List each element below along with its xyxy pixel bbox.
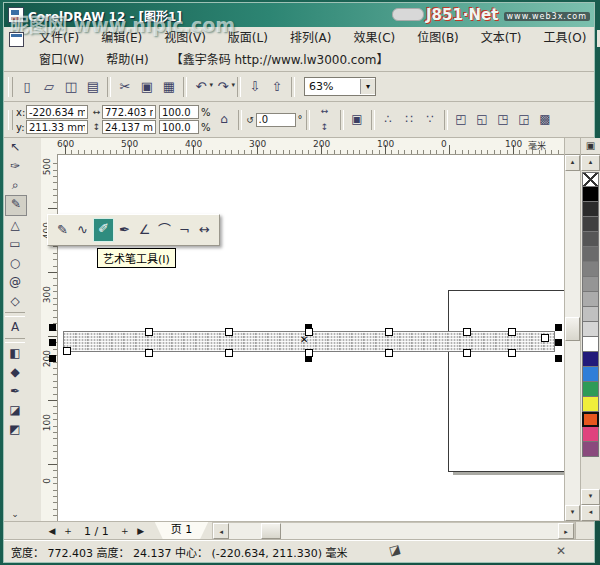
selection-center-mark[interactable]: ✕	[300, 334, 308, 345]
artistic-media-tool[interactable]: ✐	[93, 218, 114, 242]
last-page-button[interactable]: ▶	[133, 523, 149, 540]
chevron-down-icon[interactable]: ▾	[360, 79, 375, 94]
selection-handle[interactable]	[555, 355, 562, 362]
outline-tool[interactable]: ✒	[5, 382, 25, 401]
vertical-scroll-thumb[interactable]	[565, 317, 580, 341]
cut-button[interactable]: ✂	[114, 76, 136, 97]
horizontal-ruler[interactable]: 毫米 6005004003002001000100	[41, 138, 564, 155]
palette-swatch[interactable]	[582, 427, 599, 442]
eyedropper-tool[interactable]: ◆	[5, 363, 25, 382]
reduce-nodes-button[interactable]: ∷	[399, 109, 420, 130]
menu-item[interactable]: 编辑(E)	[90, 28, 153, 49]
import-button[interactable]: ⇩	[244, 76, 266, 97]
scale-vertical-field[interactable]	[159, 120, 199, 134]
pen-tool[interactable]: ✒	[115, 219, 134, 241]
node-handle[interactable]	[508, 349, 516, 357]
node-handle[interactable]	[63, 347, 71, 355]
palette-swatch[interactable]	[582, 232, 599, 247]
scroll-right-button[interactable]: ▸	[558, 523, 574, 539]
menu-item[interactable]: 视图(V)	[153, 28, 217, 49]
toolbox-scroll-down-icon[interactable]: ⌄	[5, 509, 25, 521]
palette-swatch[interactable]	[582, 172, 599, 187]
title-bar[interactable]: CorelDRAW 12 - [图形1] 昵图网 www.nipic.com J…	[4, 3, 594, 27]
scale-horizontal-field[interactable]	[159, 105, 199, 119]
palette-swatch[interactable]	[582, 247, 599, 262]
add-page-after-button[interactable]: +	[117, 523, 133, 540]
node-handle[interactable]	[145, 328, 153, 336]
scroll-down-button[interactable]: ▾	[565, 505, 580, 521]
smart-drawing-tool[interactable]: △	[5, 216, 25, 235]
scroll-left-button[interactable]: ◂	[213, 523, 229, 539]
interactive-fill-tool[interactable]: ◩	[5, 420, 25, 439]
palette-swatch[interactable]	[582, 352, 599, 367]
node-handle[interactable]	[463, 328, 471, 336]
save-button[interactable]: ◫	[60, 76, 82, 97]
palette-swatch[interactable]	[582, 397, 599, 412]
object-height-field[interactable]	[102, 120, 156, 134]
freehand-tool[interactable]: ✎	[5, 195, 27, 216]
copy-button[interactable]: ▣	[136, 76, 158, 97]
add-nodes-button[interactable]: ∴	[378, 109, 399, 130]
object-width-field[interactable]	[102, 105, 156, 119]
page-tab[interactable]: 页 1	[155, 522, 209, 540]
node-handle[interactable]	[385, 349, 393, 357]
vertical-scroll-track[interactable]	[565, 171, 580, 505]
lock-ratio-button[interactable]: ⌂	[214, 109, 235, 130]
menu-item[interactable]: 文件(F)	[28, 28, 90, 49]
chevron-down-icon[interactable]: ▾	[231, 75, 235, 96]
rotation-angle-field[interactable]	[256, 113, 296, 127]
palette-options-icon[interactable]: ▣	[581, 138, 600, 155]
palette-scroll-up[interactable]: ▴	[581, 155, 600, 171]
polygon-tool[interactable]: @	[5, 273, 25, 292]
palette-swatch[interactable]	[582, 202, 599, 217]
palette-swatch[interactable]	[582, 187, 599, 202]
horizontal-scroll-thumb[interactable]	[261, 523, 281, 539]
node-handle[interactable]	[225, 328, 233, 336]
three-point-curve-tool[interactable]: ⌒	[155, 219, 174, 241]
palette-swatch[interactable]	[582, 382, 599, 397]
y-position-field[interactable]	[26, 120, 88, 134]
vertical-scrollbar[interactable]: ▴ ▾	[564, 138, 580, 521]
menu-item[interactable]: 工具(O)	[533, 28, 598, 49]
palette-swatch[interactable]	[582, 217, 599, 232]
pick-tool[interactable]: ↖	[5, 138, 25, 157]
palette-swatch[interactable]	[582, 442, 599, 457]
menu-item[interactable]: 窗口(W)	[28, 50, 95, 71]
palette-swatch[interactable]	[582, 337, 599, 352]
palette-scroll-down[interactable]: ▾	[581, 489, 600, 505]
selection-handle[interactable]	[555, 339, 562, 346]
mirror-vertical-button[interactable]: ↕	[315, 120, 335, 135]
polyline-tool[interactable]: ∠	[135, 219, 154, 241]
selection-handle[interactable]	[49, 355, 56, 362]
delete-nodes-button[interactable]: ∵	[420, 109, 441, 130]
text-tool[interactable]: A	[5, 318, 25, 337]
node-handle[interactable]	[463, 349, 471, 357]
mirror-horizontal-button[interactable]: ↔	[315, 104, 335, 119]
scroll-up-button[interactable]: ▴	[565, 155, 580, 171]
interactive-connector-tool[interactable]: ¬	[175, 219, 194, 241]
node-handle[interactable]	[508, 328, 516, 336]
selection-handle[interactable]	[49, 339, 56, 346]
interactive-blend-tool[interactable]: ◧	[5, 344, 25, 363]
palette-swatch[interactable]	[582, 292, 599, 307]
node-handle[interactable]	[225, 349, 233, 357]
ellipse-tool[interactable]: ○	[5, 254, 25, 273]
first-page-button[interactable]: ◀	[44, 523, 60, 540]
menu-item[interactable]: 帮助(H)	[95, 50, 159, 71]
zoom-tool[interactable]: ⌕	[5, 176, 25, 195]
horizontal-scrollbar[interactable]: ◂ ▸	[212, 522, 575, 540]
page-border[interactable]	[448, 290, 564, 472]
redo-button[interactable]: ↷▾	[212, 76, 234, 97]
node-handle[interactable]	[385, 328, 393, 336]
export-button[interactable]: ⇧	[266, 76, 288, 97]
selection-handle[interactable]	[49, 324, 56, 331]
menu-item[interactable]: 版面(L)	[217, 28, 279, 49]
open-button[interactable]: ▱	[38, 76, 60, 97]
zoom-level-combo[interactable]: 63% ▾	[304, 77, 376, 96]
new-document-button[interactable]: ▯	[16, 76, 38, 97]
palette-swatch[interactable]	[582, 412, 599, 427]
document-window-icon[interactable]	[9, 32, 24, 47]
menu-item[interactable]: 文本(T)	[470, 28, 533, 49]
menu-item[interactable]: 位图(B)	[406, 28, 470, 49]
palette-swatch[interactable]	[582, 262, 599, 277]
